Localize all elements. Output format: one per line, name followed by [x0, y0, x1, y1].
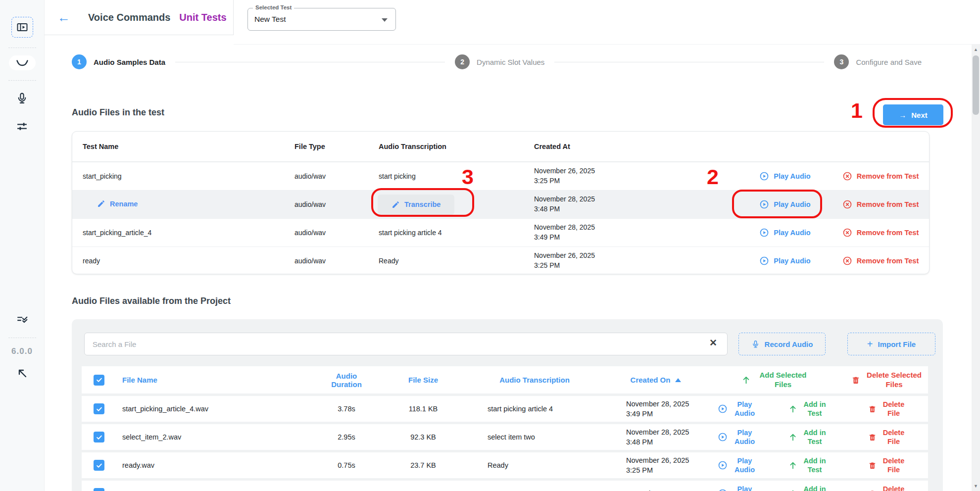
table-row: start_picking_article_4.wav 3.78s 118.1 … — [82, 396, 928, 422]
created-on-label: Created On — [631, 376, 671, 384]
tune-icon — [16, 120, 28, 133]
delete-selected-label: Delete Selected Files — [865, 371, 924, 390]
play-circle-icon — [718, 489, 728, 491]
sidebar-item-checklist[interactable] — [0, 313, 44, 326]
page-subtitle: Unit Tests — [179, 12, 226, 23]
play-circle-icon — [759, 256, 769, 266]
delete-file-button[interactable]: Delete File — [846, 400, 928, 418]
trash-icon — [868, 405, 877, 413]
sidebar-item-tune[interactable] — [0, 120, 44, 133]
add-selected-files-button[interactable]: Add Selected Files — [705, 371, 846, 390]
play-audio-label: Play Audio — [732, 485, 758, 491]
clear-search-icon[interactable]: ✕ — [709, 338, 717, 347]
table-row: start_picking_article_4 audio/wav start … — [72, 218, 929, 246]
sidebar-item-logo[interactable] — [0, 55, 44, 70]
play-audio-button[interactable]: Play Audio — [738, 228, 832, 238]
play-audio-button[interactable]: Play Audio — [738, 171, 832, 181]
search-input[interactable] — [84, 333, 728, 355]
play-circle-icon — [759, 171, 769, 181]
delete-selected-files-button[interactable]: Delete Selected Files — [846, 371, 928, 390]
remove-label: Remove from Test — [857, 229, 919, 237]
select-all-checkbox[interactable] — [94, 375, 104, 386]
add-in-test-label: Add in Test — [802, 485, 828, 491]
col-file-name[interactable]: File Name — [116, 376, 309, 384]
play-audio-button[interactable]: Play Audio — [705, 400, 770, 418]
microphone-icon — [16, 92, 28, 104]
selected-test-dropdown[interactable]: Selected Test New Test — [247, 8, 396, 31]
sidebar-item-test-panel[interactable] — [0, 17, 44, 38]
play-audio-button[interactable]: Play Audio — [705, 428, 770, 446]
app-version: 6.0.0 — [0, 346, 44, 356]
rename-button[interactable]: Rename — [97, 199, 138, 208]
delete-file-label: Delete File — [881, 428, 907, 446]
scroll-up-icon[interactable]: ▲ — [972, 47, 980, 52]
sidebar-divider — [8, 48, 36, 48]
row-checkbox[interactable] — [94, 432, 104, 442]
add-in-test-label: Add in Test — [802, 456, 828, 474]
record-audio-button[interactable]: Record Audio — [738, 333, 826, 355]
scroll-down-icon[interactable]: ▼ — [972, 484, 980, 489]
table-row: start_picking audio/wav start picking No… — [72, 162, 929, 190]
play-audio-label: Play Audio — [732, 400, 758, 418]
delete-file-button[interactable]: Delete File — [846, 456, 928, 474]
step-audio-samples[interactable]: 1 Audio Samples Data — [72, 54, 165, 69]
step-configure-save[interactable]: 3 Configure and Save — [834, 54, 922, 69]
play-audio-label: Play Audio — [774, 172, 810, 180]
step-number: 1 — [72, 54, 87, 69]
chevron-down-icon — [382, 18, 388, 22]
step-dynamic-slots[interactable]: 2 Dynamic Slot Values — [455, 54, 544, 69]
import-file-button[interactable]: + Import File — [847, 333, 935, 355]
remove-from-test-button[interactable]: Remove from Test — [832, 228, 929, 238]
scrollbar-thumb[interactable] — [973, 55, 979, 115]
created-at: November 26, 2025 3:25 PM — [523, 251, 597, 270]
play-audio-button[interactable]: Play Audio — [738, 199, 832, 209]
test-panel-play-icon — [16, 21, 28, 33]
transcribe-button[interactable]: Transcribe — [378, 195, 454, 215]
col-file-size[interactable]: File Size — [384, 376, 463, 384]
delete-file-label: Delete File — [881, 400, 907, 418]
remove-label: Remove from Test — [857, 257, 919, 265]
col-created-on[interactable]: Created On — [606, 376, 705, 384]
add-in-test-button[interactable]: Add in Test — [770, 400, 846, 418]
sidebar-item-collapse[interactable] — [0, 367, 44, 379]
col-audio-transcription[interactable]: Audio Transcription — [463, 376, 606, 384]
toolbar-left: ← Voice Commands Unit Tests — [45, 0, 234, 35]
play-circle-icon — [718, 432, 728, 442]
play-audio-button[interactable]: Play Audio — [738, 256, 832, 266]
selected-test-value: New Test — [254, 15, 286, 24]
play-audio-button[interactable]: Play Audio — [705, 456, 770, 474]
row-checkbox[interactable] — [94, 403, 104, 414]
row-checkbox[interactable] — [94, 488, 104, 491]
remove-from-test-button[interactable]: Remove from Test — [832, 256, 929, 266]
add-in-test-button[interactable]: Add in Test — [770, 456, 846, 474]
row-checkbox[interactable] — [94, 460, 104, 471]
play-audio-label: Play Audio — [732, 456, 758, 474]
next-button-label: Next — [911, 111, 928, 119]
created-at: November 28, 2025 3:48 PM — [523, 195, 597, 214]
test-files-table-header: Test Name File Type Audio Transcription … — [72, 132, 929, 162]
play-audio-label: Play Audio — [774, 257, 810, 265]
col-test-name: Test Name — [72, 143, 285, 150]
vertical-scrollbar[interactable]: ▲ ▼ — [972, 45, 980, 491]
add-in-test-button[interactable]: Add in Test — [770, 485, 846, 491]
sidebar-item-microphone[interactable] — [0, 92, 44, 104]
remove-label: Remove from Test — [857, 200, 919, 208]
play-audio-label: Play Audio — [774, 200, 810, 208]
page-title: Voice Commands — [88, 12, 170, 23]
test-files-section-title: Audio Files in the test — [72, 107, 164, 118]
delete-file-button[interactable]: Delete File — [846, 485, 928, 491]
stepper: 1 Audio Samples Data 2 Dynamic Slot Valu… — [72, 53, 922, 71]
logo-v-icon — [9, 55, 36, 70]
play-audio-button[interactable]: Play Audio — [705, 485, 770, 491]
arrow-up-icon — [788, 489, 797, 491]
col-audio-transcription: Audio Transcription — [369, 143, 523, 150]
col-audio-duration[interactable]: Audio Duration — [328, 372, 365, 389]
remove-from-test-button[interactable]: Remove from Test — [832, 199, 929, 209]
remove-label: Remove from Test — [857, 172, 919, 180]
created-at: November 26, 2025 3:25 PM — [523, 166, 597, 186]
back-arrow-icon[interactable]: ← — [57, 11, 70, 24]
add-in-test-button[interactable]: Add in Test — [770, 428, 846, 446]
delete-file-button[interactable]: Delete File — [846, 428, 928, 446]
remove-from-test-button[interactable]: Remove from Test — [832, 171, 929, 181]
next-button[interactable]: → Next — [883, 104, 943, 125]
